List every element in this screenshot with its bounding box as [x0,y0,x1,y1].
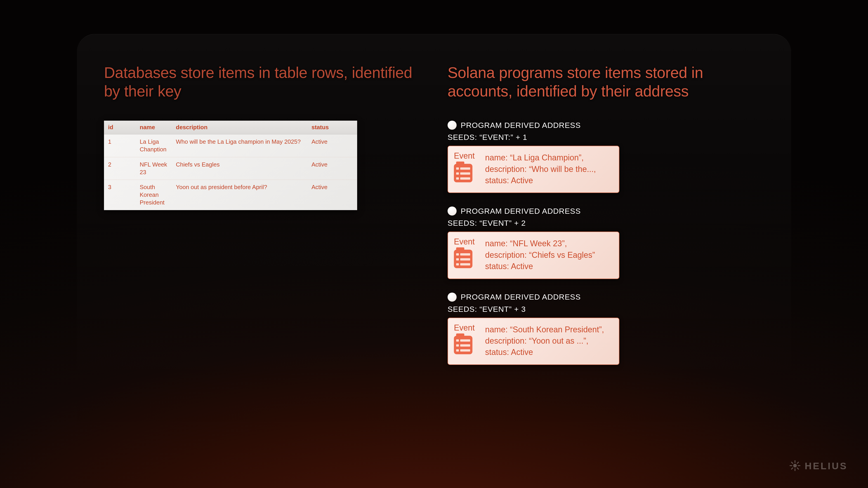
pda-dot-icon [447,121,457,130]
pda-title: PROGRAM DERIVED ADDRESS [461,293,581,301]
event-label: Event [454,151,479,161]
pda-header: PROGRAM DERIVED ADDRESS [447,206,764,216]
event-card: Event name: “South Korean President”, de… [447,318,619,365]
brand-logo: HELIUS [789,460,848,472]
helius-logo-icon [789,460,801,472]
svg-line-8 [792,468,793,469]
pda-block: PROGRAM DERIVED ADDRESS SEEDS: “EVENT” +… [447,206,764,279]
pda-seeds: SEEDS: “EVENT” + 2 [447,219,764,228]
td-description: Who will be the La Liga champion in May … [172,134,307,157]
pda-title: PROGRAM DERIVED ADDRESS [461,121,581,130]
event-body: name: “La Liga Champion”, description: “… [485,151,596,186]
pda-block: PROGRAM DERIVED ADDRESS SEEDS: “EVENT” +… [447,293,764,365]
brand-name: HELIUS [805,461,848,471]
svg-line-7 [797,462,799,464]
table-row: 1 La Liga Chanption Who will be the La L… [104,134,357,157]
th-description: description [172,121,307,134]
pda-dot-icon [447,293,457,302]
pda-dot-icon [447,206,457,216]
database-table: id name description status 1 La Liga Cha… [104,121,357,210]
th-status: status [307,121,357,134]
td-name: La Liga Chanption [135,134,172,157]
td-status: Active [307,180,357,210]
td-description: Yoon out as president before April? [172,180,307,210]
td-id: 2 [104,157,135,180]
event-card: Event name: “NFL Week 23”, description: … [447,232,619,279]
event-label: Event [454,237,479,247]
table-header-row: id name description status [104,121,357,134]
table-row: 2 NFL Week 23 Chiefs vs Eagles Active [104,157,357,180]
svg-point-0 [793,464,797,467]
right-column: Solana programs store items stored in ac… [447,64,764,379]
th-id: id [104,121,135,134]
pda-seeds: SEEDS: “EVENT:” + 1 [447,133,764,142]
pda-block: PROGRAM DERIVED ADDRESS SEEDS: “EVENT:” … [447,121,764,193]
event-body: name: “NFL Week 23”, description: “Chief… [485,237,595,272]
pda-title: PROGRAM DERIVED ADDRESS [461,207,581,216]
table-icon [454,336,472,354]
td-id: 1 [104,134,135,157]
svg-line-5 [792,462,793,464]
td-name: South Korean President [135,180,172,210]
th-name: name [135,121,172,134]
pda-header: PROGRAM DERIVED ADDRESS [447,121,764,130]
td-status: Active [307,134,357,157]
left-heading: Databases store items in table rows, ide… [104,64,421,100]
td-id: 3 [104,180,135,210]
svg-line-6 [797,468,799,469]
table-icon [454,250,472,268]
event-body: name: “South Korean President”, descript… [485,323,604,358]
td-description: Chiefs vs Eagles [172,157,307,180]
td-status: Active [307,157,357,180]
right-heading: Solana programs store items stored in ac… [447,64,764,100]
left-column: Databases store items in table rows, ide… [104,64,421,379]
event-card: Event name: “La Liga Champion”, descript… [447,146,619,193]
table-icon [454,164,472,182]
two-column-layout: Databases store items in table rows, ide… [77,34,791,379]
td-name: NFL Week 23 [135,157,172,180]
pda-header: PROGRAM DERIVED ADDRESS [447,293,764,302]
pda-seeds: SEEDS: “EVENT” + 3 [447,305,764,314]
content-panel: Databases store items in table rows, ide… [77,34,791,447]
event-label: Event [454,323,479,332]
table-row: 3 South Korean President Yoon out as pre… [104,180,357,210]
